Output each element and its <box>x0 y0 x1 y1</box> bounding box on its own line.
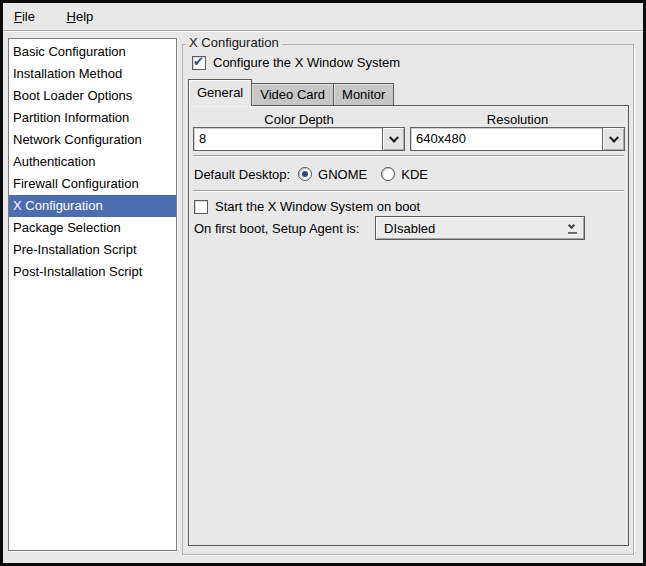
section-list: Basic Configuration Installation Method … <box>8 38 177 551</box>
start-x-label: Start the X Window System on boot <box>215 199 420 214</box>
tab-general[interactable]: General <box>188 79 252 106</box>
sidebar-item-boot-loader-options[interactable]: Boot Loader Options <box>9 85 176 107</box>
default-desktop-row: Default Desktop: GNOME KDE <box>194 163 428 185</box>
configure-x-checkbox-row[interactable]: ✔ Configure the X Window System <box>192 55 400 70</box>
notebook-tabbar: General Video Card Monitor <box>188 79 393 106</box>
sidebar-item-basic-configuration[interactable]: Basic Configuration <box>9 41 176 63</box>
menu-file[interactable]: File <box>5 7 44 27</box>
start-x-checkbox[interactable]: ✔ <box>194 200 208 214</box>
chevron-down-icon <box>389 133 399 143</box>
setup-agent-label: On first boot, Setup Agent is: <box>194 221 359 236</box>
general-tab-panel: Color Depth 8 Resolution 640x480 Default… <box>188 105 629 546</box>
radio-kde-label[interactable]: KDE <box>401 167 428 182</box>
radio-gnome-label[interactable]: GNOME <box>318 167 367 182</box>
sidebar-item-authentication[interactable]: Authentication <box>9 151 176 173</box>
resolution-value[interactable]: 640x480 <box>410 127 602 151</box>
setup-agent-value: DIsabled <box>384 221 435 236</box>
tab-video-card[interactable]: Video Card <box>251 83 334 106</box>
option-arrow-icon <box>567 221 577 236</box>
sidebar-item-post-installation-script[interactable]: Post-Installation Script <box>9 261 176 283</box>
kickstart-configurator-window: File Help Basic Configuration Installati… <box>0 0 646 566</box>
configure-x-label: Configure the X Window System <box>213 55 400 70</box>
resolution-label: Resolution <box>410 112 625 128</box>
menubar: File Help <box>3 3 643 31</box>
sidebar-item-firewall-configuration[interactable]: Firewall Configuration <box>9 173 176 195</box>
separator <box>193 155 624 157</box>
color-depth-label: Color Depth <box>193 112 405 128</box>
x-configuration-frame: X Configuration ✔ Configure the X Window… <box>182 44 634 555</box>
frame-title: X Configuration <box>186 35 282 50</box>
sidebar-item-pre-installation-script[interactable]: Pre-Installation Script <box>9 239 176 261</box>
color-depth-value[interactable]: 8 <box>193 127 382 151</box>
resolution-combo[interactable]: 640x480 <box>410 127 625 151</box>
setup-agent-option-menu[interactable]: DIsabled <box>375 216 585 240</box>
color-depth-dropdown-button[interactable] <box>382 127 405 151</box>
tab-monitor[interactable]: Monitor <box>333 83 394 106</box>
sidebar-item-package-selection[interactable]: Package Selection <box>9 217 176 239</box>
separator <box>193 190 624 192</box>
radio-gnome[interactable] <box>298 167 312 181</box>
sidebar-item-installation-method[interactable]: Installation Method <box>9 63 176 85</box>
start-x-checkbox-row[interactable]: ✔ Start the X Window System on boot <box>194 199 420 214</box>
configure-x-checkbox[interactable]: ✔ <box>192 56 206 70</box>
sidebar-item-x-configuration[interactable]: X Configuration <box>9 195 176 217</box>
default-desktop-label: Default Desktop: <box>194 167 290 182</box>
color-depth-combo[interactable]: 8 <box>193 127 405 151</box>
sidebar-item-network-configuration[interactable]: Network Configuration <box>9 129 176 151</box>
menu-help[interactable]: Help <box>58 7 103 27</box>
checkmark-icon: ✔ <box>193 54 204 69</box>
radio-kde[interactable] <box>381 167 395 181</box>
sidebar-item-partition-information[interactable]: Partition Information <box>9 107 176 129</box>
chevron-down-icon <box>609 133 619 143</box>
resolution-dropdown-button[interactable] <box>602 127 625 151</box>
